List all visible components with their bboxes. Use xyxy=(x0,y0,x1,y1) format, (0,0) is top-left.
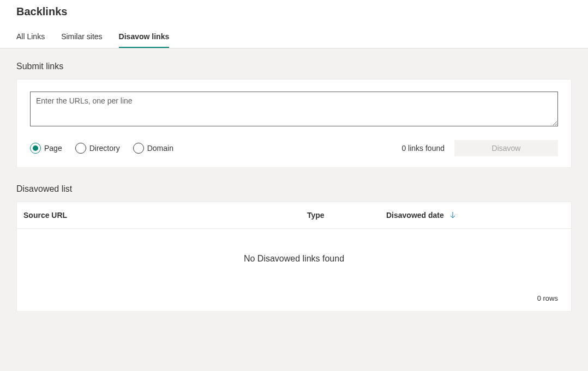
tab-disavow-links[interactable]: Disavow links xyxy=(119,28,170,48)
radio-icon xyxy=(75,143,86,154)
empty-state-message: No Disavowed links found xyxy=(17,229,571,289)
rows-count: 0 rows xyxy=(17,289,571,311)
radio-domain[interactable]: Domain xyxy=(133,143,173,154)
tab-all-links[interactable]: All Links xyxy=(16,28,45,48)
controls-row: Page Directory Domain 0 links found Disa… xyxy=(30,140,558,156)
column-source-url[interactable]: Source URL xyxy=(23,211,307,220)
radio-icon xyxy=(30,143,41,154)
disavowed-list-title: Disavowed list xyxy=(16,184,572,194)
tab-similar-sites[interactable]: Similar sites xyxy=(61,28,102,48)
page-title: Backlinks xyxy=(16,5,572,18)
right-controls: 0 links found Disavow xyxy=(401,140,558,156)
links-found-text: 0 links found xyxy=(401,144,445,153)
table-header: Source URL Type Disavowed date xyxy=(17,202,571,229)
header-region: Backlinks All Links Similar sites Disavo… xyxy=(0,0,588,48)
column-date-label: Disavowed date xyxy=(386,211,444,220)
radio-label: Directory xyxy=(89,144,120,153)
radio-label: Page xyxy=(44,144,62,153)
radio-directory[interactable]: Directory xyxy=(75,143,120,154)
url-input[interactable] xyxy=(30,92,558,126)
content-region: Submit links Page Directory Domain xyxy=(0,48,588,371)
tab-label: Disavow links xyxy=(119,32,170,41)
arrow-down-icon xyxy=(449,211,456,219)
submit-panel: Page Directory Domain 0 links found Disa… xyxy=(16,79,572,168)
disavowed-panel: Source URL Type Disavowed date No Disavo… xyxy=(16,202,572,312)
tabs: All Links Similar sites Disavow links xyxy=(16,28,572,48)
column-type[interactable]: Type xyxy=(307,211,386,220)
tab-label: All Links xyxy=(16,32,45,41)
radio-label: Domain xyxy=(147,144,173,153)
radio-page[interactable]: Page xyxy=(30,143,62,154)
disavow-button[interactable]: Disavow xyxy=(454,140,558,156)
tab-label: Similar sites xyxy=(61,32,102,41)
submit-links-title: Submit links xyxy=(16,62,572,71)
column-disavowed-date[interactable]: Disavowed date xyxy=(386,211,565,220)
radio-group: Page Directory Domain xyxy=(30,143,173,154)
radio-icon xyxy=(133,143,144,154)
